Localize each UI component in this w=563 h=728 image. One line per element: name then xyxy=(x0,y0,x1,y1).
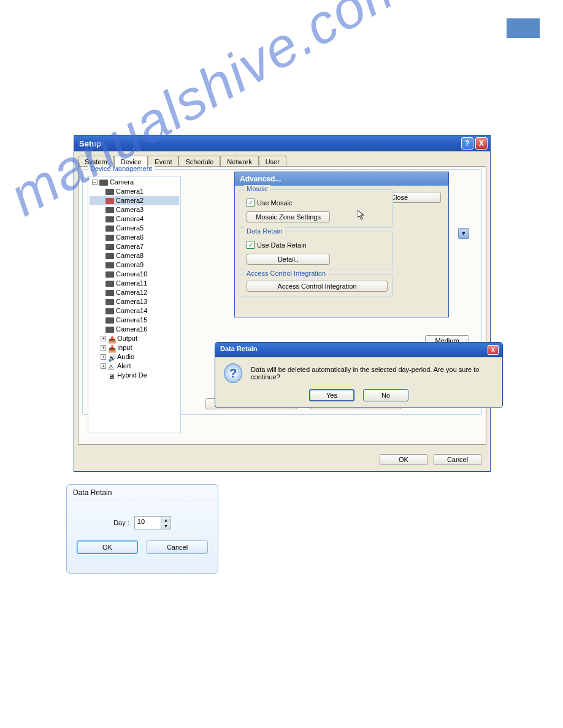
page-corner-tab xyxy=(507,18,540,38)
data-retain-legend: Data Retain xyxy=(244,227,285,235)
use-data-retain-label: Use Data Retain xyxy=(257,241,307,249)
use-data-retain-checkbox[interactable]: ✓ Use Data Retain xyxy=(247,241,388,249)
aci-legend: Access Control Integration xyxy=(244,270,328,277)
tree-item[interactable]: Camera11 xyxy=(116,279,147,288)
tree-item[interactable]: Camera15 xyxy=(116,316,147,325)
camera-icon xyxy=(105,198,114,204)
ok-button[interactable]: OK xyxy=(380,454,427,465)
tree-item[interactable]: Camera7 xyxy=(116,242,144,251)
close-icon[interactable]: X xyxy=(488,345,499,355)
input-icon: 📥 xyxy=(108,344,115,352)
device-tree[interactable]: −Camera Camera1 Camera2 Camera3 Camera4 … xyxy=(88,176,181,433)
camera-icon xyxy=(105,235,114,241)
camera-icon xyxy=(105,189,114,195)
checkbox-checked-icon: ✓ xyxy=(247,241,255,249)
mosaic-legend: Mosaic xyxy=(244,185,270,192)
expander-icon[interactable]: − xyxy=(92,180,98,185)
mosaic-zone-settings-button[interactable]: Mosaic Zone Settings xyxy=(247,211,330,222)
setup-titlebar: Setup ? X xyxy=(74,135,490,151)
tree-item[interactable]: Camera5 xyxy=(116,224,144,233)
advanced-titlebar: Advanced... xyxy=(235,172,448,186)
tree-item[interactable]: Camera1 xyxy=(116,187,144,196)
ok-button[interactable]: OK xyxy=(77,540,138,554)
tree-item[interactable]: Camera12 xyxy=(116,288,147,297)
tree-item[interactable]: Camera13 xyxy=(116,297,147,306)
checkbox-checked-icon: ✓ xyxy=(247,199,255,207)
cancel-button[interactable]: Cancel xyxy=(147,540,208,554)
expander-icon[interactable]: + xyxy=(101,363,106,369)
camera-icon xyxy=(105,327,114,333)
camera-icon xyxy=(105,317,114,324)
msgbox-text: Data will be deleted automatically in th… xyxy=(251,366,494,381)
camera-icon xyxy=(105,299,114,305)
camera-icon xyxy=(105,216,114,222)
hybrid-icon: 🖥 xyxy=(108,372,115,379)
detail-button[interactable]: Detail.. xyxy=(247,254,330,265)
camera-icon xyxy=(105,290,114,296)
advanced-dialog: Advanced... Close Mosaic ✓ Use Mosaic Mo… xyxy=(234,172,449,317)
cancel-button[interactable]: Cancel xyxy=(434,454,481,465)
tree-item[interactable]: Camera16 xyxy=(116,325,147,334)
camera-icon xyxy=(105,226,114,232)
camera-icon xyxy=(105,244,114,250)
camera-icon xyxy=(105,253,114,259)
tree-item[interactable]: Camera10 xyxy=(116,270,147,279)
tree-item[interactable]: Camera4 xyxy=(116,214,144,224)
aci-group: Access Control Integration Access Contro… xyxy=(239,274,393,297)
alert-icon: ⚠ xyxy=(108,363,115,370)
tabstrip: System Device Event Schedule Network Use… xyxy=(78,155,486,167)
tree-item[interactable]: Hybrid De xyxy=(117,371,147,380)
tree-item[interactable]: Alert xyxy=(117,362,131,371)
audio-icon: 🔊 xyxy=(108,354,115,361)
close-icon[interactable]: X xyxy=(475,137,488,150)
tree-item[interactable]: Camera2 xyxy=(116,196,144,205)
camera-icon xyxy=(105,262,114,268)
yes-button[interactable]: Yes xyxy=(309,389,354,401)
expander-icon[interactable]: + xyxy=(101,354,106,360)
data-retain-group: Data Retain ✓ Use Data Retain Detail.. xyxy=(239,232,393,270)
setup-title: Setup xyxy=(79,139,459,148)
camera-icon xyxy=(105,207,114,213)
camera-icon xyxy=(105,281,114,287)
camera-icon xyxy=(105,308,114,314)
tab-device[interactable]: Device xyxy=(114,156,148,167)
output-icon: 📤 xyxy=(108,335,115,343)
aci-button[interactable]: Access Control Integration xyxy=(247,281,388,292)
expander-icon[interactable]: + xyxy=(101,345,106,351)
tree-item[interactable]: Camera9 xyxy=(116,260,144,270)
day-value[interactable]: 10 xyxy=(135,517,161,529)
tree-item[interactable]: Camera3 xyxy=(116,205,144,214)
mosaic-group: Mosaic ✓ Use Mosaic Mosaic Zone Settings xyxy=(239,189,393,228)
advanced-title: Advanced... xyxy=(240,175,281,183)
spinner-down-icon[interactable]: ▼ xyxy=(161,523,170,529)
day-label: Day : xyxy=(113,519,129,526)
day-spinner[interactable]: 10 ▲ ▼ xyxy=(134,516,171,529)
chevron-down-icon[interactable]: ▼ xyxy=(458,228,469,239)
no-button[interactable]: No xyxy=(363,389,408,401)
tree-item[interactable]: Output xyxy=(117,334,137,343)
tree-item[interactable]: Input xyxy=(117,343,132,352)
tree-item[interactable]: Camera14 xyxy=(116,306,147,316)
question-icon: ? xyxy=(224,363,242,383)
camera-icon xyxy=(99,180,108,186)
use-mosaic-checkbox[interactable]: ✓ Use Mosaic xyxy=(247,199,388,207)
spinner-up-icon[interactable]: ▲ xyxy=(161,517,170,523)
camera-icon xyxy=(105,271,114,278)
use-mosaic-label: Use Mosaic xyxy=(257,199,292,207)
dr-small-title: Data Retain xyxy=(67,485,218,501)
help-icon[interactable]: ? xyxy=(461,137,473,150)
data-retain-dialog: Data Retain Day : 10 ▲ ▼ OK Cancel xyxy=(66,484,218,574)
tree-item[interactable]: Audio xyxy=(117,352,134,362)
tree-item[interactable]: Camera6 xyxy=(116,233,144,242)
data-retain-msgbox: Data Retain X ? Data will be deleted aut… xyxy=(215,342,503,408)
tree-root[interactable]: Camera xyxy=(110,178,134,187)
expander-icon[interactable]: + xyxy=(101,336,106,341)
tree-item[interactable]: Camera8 xyxy=(116,251,144,260)
msgbox-title: Data Retain xyxy=(220,345,258,357)
